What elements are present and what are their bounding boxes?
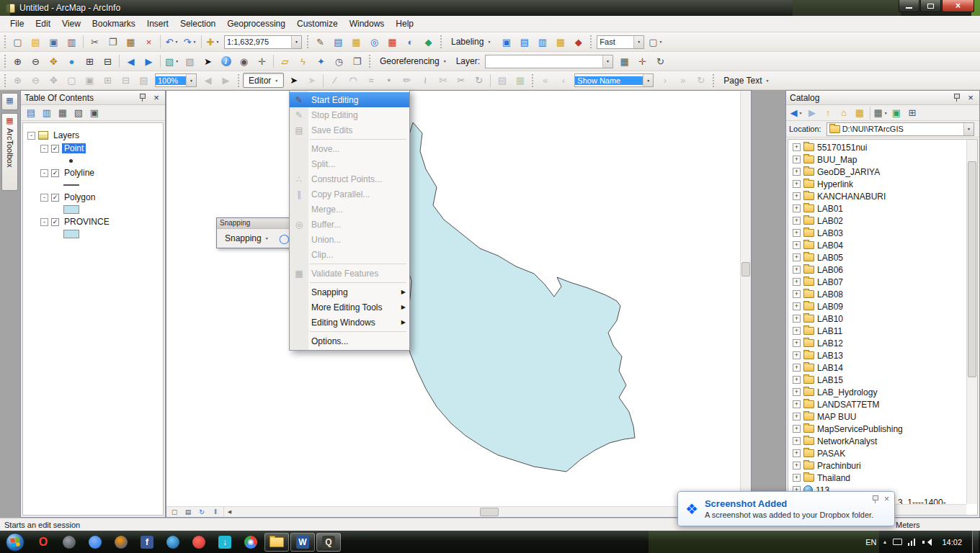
add-control-points-button[interactable]: ✛ (634, 54, 651, 69)
point-tool[interactable]: • (380, 73, 397, 88)
toc-root-layers[interactable]: - Layers (23, 129, 163, 142)
opera-icon[interactable]: O (31, 533, 55, 552)
catalog-tree-item[interactable]: +LAB06 (788, 264, 966, 276)
expand-icon[interactable]: + (793, 143, 801, 151)
catalog-up-one-level-button[interactable]: ↑ (821, 106, 835, 120)
expand-icon[interactable]: + (793, 327, 801, 335)
map-view[interactable]: ▢▤↻‖ ◀ ▶ (166, 90, 752, 518)
cut-button[interactable]: ✂ (86, 35, 103, 50)
expand-icon[interactable]: + (793, 339, 801, 347)
menu-edit[interactable]: Edit (30, 17, 56, 31)
last-page-button[interactable]: » (674, 73, 691, 88)
toolbar-grip[interactable] (4, 74, 6, 87)
catalog-vertical-scrollbar[interactable] (966, 140, 977, 504)
firefox-icon[interactable] (109, 533, 133, 552)
scrollbar-thumb[interactable] (968, 161, 976, 377)
catalog-tree-item[interactable]: +LAB03 (788, 227, 966, 239)
fixed-zoom-in-button[interactable]: ⊞ (81, 54, 98, 69)
toolbar-grip[interactable] (307, 35, 308, 48)
opera-mini-icon[interactable] (187, 533, 211, 552)
catalog-views-button[interactable]: ▦▼ (873, 106, 888, 120)
expand-icon[interactable]: + (793, 253, 801, 261)
catalog-window-button[interactable]: ▦ (348, 35, 365, 50)
keyboard-tray-icon[interactable] (893, 539, 902, 545)
expand-icon[interactable]: + (793, 217, 801, 225)
menu-insert[interactable]: Insert (141, 17, 174, 31)
label-manager-button[interactable]: ▣ (498, 35, 514, 50)
menu-bookmarks[interactable]: Bookmarks (86, 17, 141, 31)
menu-item-options[interactable]: Options... (290, 333, 409, 349)
time-slider-button[interactable]: ◷ (331, 54, 347, 69)
language-indicator[interactable]: EN (865, 538, 876, 547)
zoom-out-layout-tool[interactable]: ⊖ (27, 73, 44, 88)
collapse-icon[interactable]: - (40, 169, 48, 177)
expand-icon[interactable]: + (793, 474, 801, 482)
labeling-menu-button[interactable]: Labeling▼ (445, 35, 496, 50)
data-view-button[interactable]: ▢ (169, 508, 180, 517)
catalog-tree-item[interactable]: +Hyperlink (788, 178, 966, 190)
html-popup-tool[interactable]: ✦ (313, 54, 329, 69)
map-scale-combo[interactable]: 1:1,632,975▼ (224, 35, 302, 49)
straight-segment-tool[interactable]: ∕ (326, 73, 343, 88)
show-desktop-button[interactable] (972, 531, 979, 553)
pin-icon[interactable] (138, 94, 146, 102)
page-text-menu-button[interactable]: Page Text▼ (718, 73, 775, 88)
catalog-tree-item[interactable]: +Thailand (788, 472, 966, 484)
expand-icon[interactable]: + (793, 400, 801, 408)
toc-layer-province[interactable]: - ✓ PROVINCE (23, 215, 163, 228)
facebook-icon[interactable]: f (135, 533, 159, 552)
dropdown-arrow-icon[interactable]: ▼ (291, 36, 301, 48)
explorer-icon[interactable] (264, 533, 289, 552)
refresh-page-button[interactable]: ↻ (692, 73, 709, 88)
toolbar-grip[interactable] (532, 74, 533, 87)
idm-icon[interactable]: ↓ (213, 533, 237, 552)
visibility-checkbox[interactable]: ✓ (51, 194, 59, 202)
layer-label[interactable]: Point (62, 143, 86, 153)
expand-icon[interactable]: + (793, 229, 801, 237)
fixed-zoom-out-button[interactable]: ⊟ (99, 54, 116, 69)
dark-app-icon[interactable] (57, 533, 81, 552)
expand-icon[interactable]: + (793, 388, 801, 396)
volume-tray-icon[interactable] (922, 539, 932, 546)
catalog-tree-item[interactable]: +LAB13 (788, 349, 966, 361)
catalog-tree-item[interactable]: +NetworkAnalyst (788, 435, 966, 447)
expand-icon[interactable]: + (793, 204, 801, 212)
search-window-button[interactable]: ◎ (366, 35, 383, 50)
pin-icon[interactable] (953, 94, 960, 102)
dropdown-arrow-icon[interactable]: ▼ (963, 123, 974, 135)
menu-item-snapping[interactable]: Snapping▶ (290, 284, 409, 300)
label-priority-ranking-button[interactable]: ▤ (516, 35, 533, 50)
arctoolbox-side-tab[interactable]: ▦ ArcToolbox (1, 113, 18, 191)
toc-list-by-drawing-order-button[interactable]: ▤ (24, 106, 38, 120)
map-vertical-scrollbar[interactable] (740, 91, 751, 506)
close-icon[interactable]: × (151, 93, 161, 103)
toc-layer-point[interactable]: - ✓ Point (23, 142, 163, 155)
menu-customize[interactable]: Customize (291, 17, 344, 31)
toc-layer-polyline[interactable]: - ✓ Polyline (23, 166, 163, 179)
editor-menu-button[interactable]: Editor▼ (243, 73, 284, 88)
toolbar-grip[interactable] (590, 35, 592, 48)
catalog-launch-arccatalog-button[interactable]: ▣ (889, 106, 904, 120)
refresh-view-button[interactable]: ↻ (196, 508, 208, 517)
add-data-button[interactable]: ✚▼ (205, 35, 221, 50)
zoom-100-button[interactable]: ▣ (81, 73, 98, 88)
start-button[interactable] (6, 533, 24, 552)
expand-icon[interactable]: + (793, 449, 801, 457)
menu-item-more-editing-tools[interactable]: More Editing Tools▶ (290, 300, 409, 315)
layout-view-button[interactable]: ▤ (182, 508, 194, 517)
catalog-tree-item[interactable]: +KANCHANABURI (788, 190, 966, 202)
catalog-tree-item[interactable]: +LAB01 (788, 202, 966, 215)
georeferencing-layer-combo[interactable]: ▼ (485, 55, 613, 68)
label-weight-ranking-button[interactable]: ▥ (534, 35, 551, 50)
tray-expand-icon[interactable]: ▲ (883, 539, 888, 544)
toolbar-grip[interactable] (4, 55, 6, 68)
map-canvas[interactable] (166, 91, 741, 508)
polygon-symbol[interactable] (63, 230, 79, 238)
catalog-tree-item[interactable]: +LAB05 (788, 251, 966, 264)
expand-icon[interactable]: + (793, 266, 801, 274)
endpoint-arc-tool[interactable]: ◠ (344, 73, 361, 88)
toolbar-grip[interactable] (369, 55, 370, 68)
expand-icon[interactable]: + (793, 364, 801, 372)
toolbar-grip[interactable] (238, 74, 239, 87)
reshape-feature-tool[interactable]: ≀ (416, 73, 433, 88)
